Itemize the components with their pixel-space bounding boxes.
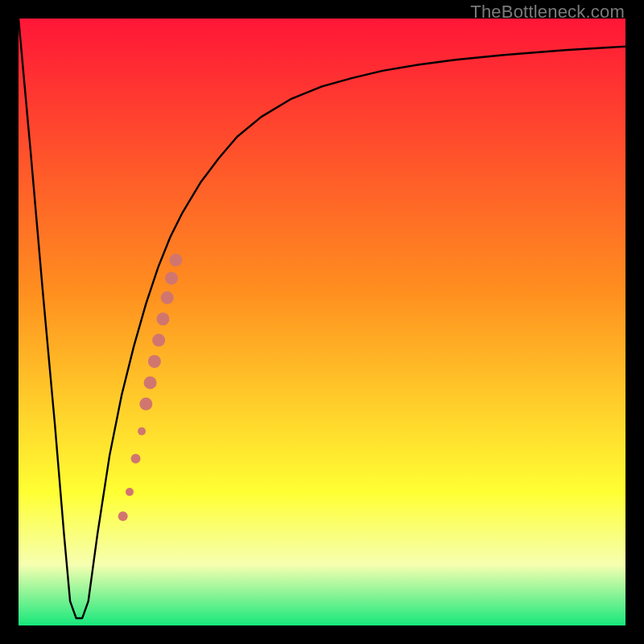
chart-frame: TheBottleneck.com: [0, 0, 644, 644]
data-marker: [138, 427, 146, 436]
data-marker: [118, 511, 128, 521]
bottleneck-curve-chart: [19, 19, 625, 625]
data-marker: [139, 398, 152, 411]
data-marker: [144, 376, 157, 389]
data-marker: [148, 355, 161, 368]
data-marker: [165, 272, 178, 285]
plot-area: [19, 19, 625, 625]
data-marker: [156, 312, 169, 325]
data-marker: [169, 254, 182, 266]
watermark-text: TheBottleneck.com: [470, 2, 625, 23]
data-marker: [161, 291, 174, 304]
data-marker: [126, 488, 134, 496]
data-marker: [152, 334, 165, 347]
gradient-background: [19, 19, 625, 625]
data-marker: [131, 454, 141, 464]
